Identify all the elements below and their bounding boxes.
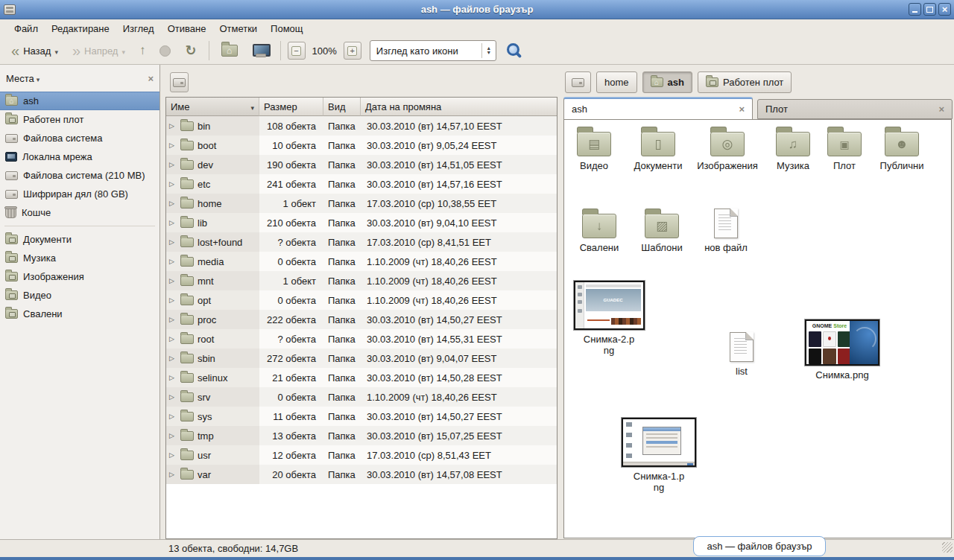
tab-close-icon[interactable] [739,104,745,115]
column-header-size[interactable]: Размер [259,98,323,116]
file-item-snimka2[interactable]: GUADEC Снимка-2.png [572,281,646,356]
table-row[interactable]: sbin 272 обекта Папка 30.03.2010 (вт) 9,… [166,349,557,368]
file-item-pictures[interactable]: Изображения [697,126,758,171]
column-header-name[interactable]: Име [166,98,259,116]
table-row[interactable]: lib 210 обекта Папка 30.03.2010 (вт) 9,0… [166,213,557,232]
view-mode-select[interactable]: Изглед като икони ▴▾ [370,40,496,61]
expander-icon[interactable] [169,161,177,168]
file-item-new-file[interactable]: нов файл [698,206,754,253]
titlebar[interactable]: ash — файлов браузър [0,0,954,19]
menu-go[interactable]: Отиване [161,21,213,36]
expander-icon[interactable] [169,141,177,149]
column-header-date[interactable]: Дата на промяна [361,98,557,116]
file-item-documents[interactable]: Документи [624,126,692,171]
expander-icon[interactable] [169,219,177,226]
file-item-desktop[interactable]: Плот [824,126,865,171]
expander-icon[interactable] [169,335,177,343]
resize-grip[interactable] [942,542,953,553]
expander-icon[interactable] [169,471,177,478]
table-row[interactable]: srv 0 обекта Папка 1.10.2009 (чт) 18,40,… [166,387,557,407]
table-row[interactable]: usr 12 обекта Папка 17.03.2010 (ср) 8,51… [166,445,557,465]
pathbar-desktop-button[interactable]: Работен плот [698,71,792,93]
expander-icon[interactable] [169,432,177,439]
sidebar-item-ash[interactable]: ash [0,92,159,110]
expander-icon[interactable] [169,296,177,304]
sidebar-item-encrypted-80gb[interactable]: Шифриран дял (80 GB) [0,185,159,203]
menu-help[interactable]: Помощ [264,21,309,36]
table-row[interactable]: selinux 21 обекта Папка 30.03.2010 (вт) … [166,368,557,387]
expander-icon[interactable] [169,316,177,323]
tab-plot[interactable]: Плот [757,99,953,119]
menu-view[interactable]: Изглед [116,21,161,36]
up-button[interactable] [134,39,151,62]
sidebar-dropdown-icon[interactable] [37,73,40,84]
pathbar-ash-button[interactable]: ash [642,71,692,93]
expander-icon[interactable] [169,374,177,381]
tree-root-button[interactable] [170,72,189,92]
table-row[interactable]: dev 190 обекта Папка 30.03.2010 (вт) 14,… [166,155,557,174]
file-item-snimka1[interactable]: Снимка-1.png [619,418,698,493]
expander-icon[interactable] [169,258,177,265]
search-icon[interactable] [506,42,522,59]
tab-close-icon[interactable] [938,104,944,115]
table-row[interactable]: boot 10 обекта Папка 30.03.2010 (вт) 9,0… [166,136,557,155]
sidebar-item-documents[interactable]: Документи [0,230,159,249]
sidebar-item-desktop[interactable]: Работен плот [0,110,159,129]
maximize-button[interactable] [923,3,936,16]
back-button[interactable]: Назад [6,39,63,62]
table-row[interactable]: sys 11 обекта Папка 30.03.2010 (вт) 14,5… [166,407,557,426]
sidebar-close-icon[interactable] [148,73,154,84]
expander-icon[interactable] [169,354,177,362]
file-item-video[interactable]: Видео [570,126,618,171]
zoom-out-button[interactable]: − [288,42,306,60]
expander-icon[interactable] [169,180,177,188]
table-row[interactable]: proc 222 обекта Папка 30.03.2010 (вт) 14… [166,310,557,329]
zoom-in-button[interactable]: + [344,42,361,60]
file-item-downloads[interactable]: Свалени [575,208,624,253]
table-row[interactable]: lost+found ? обекта Папка 17.03.2010 (ср… [166,232,557,252]
table-row[interactable]: etc 241 обекта Папка 30.03.2010 (вт) 14,… [166,174,557,194]
menu-edit[interactable]: Редактиране [45,21,116,36]
menu-bookmarks[interactable]: Отметки [212,21,264,36]
tab-ash[interactable]: ash [563,98,753,119]
sidebar-item-video[interactable]: Видео [0,286,159,305]
table-row[interactable]: var 20 обекта Папка 30.03.2010 (вт) 14,5… [166,465,557,484]
table-row[interactable]: home 1 обект Папка 17.03.2010 (ср) 10,38… [166,194,557,213]
table-row[interactable]: root ? обекта Папка 30.03.2010 (вт) 14,5… [166,329,557,349]
sidebar-item-pictures[interactable]: Изображения [0,267,159,286]
computer-button[interactable] [247,39,274,62]
reload-button[interactable] [180,39,201,62]
expander-icon[interactable] [169,277,177,284]
table-row[interactable]: bin 108 обекта Папка 30.03.2010 (вт) 14,… [166,116,557,136]
file-item-templates[interactable]: Шаблони [633,208,691,253]
file-item-public[interactable]: Публични [870,126,934,171]
file-item-music[interactable]: Музика [767,126,819,171]
forward-button[interactable]: Напред [67,39,130,62]
column-header-type[interactable]: Вид [323,98,361,116]
sidebar-item-trash[interactable]: Кошче [0,203,159,222]
expander-icon[interactable] [169,200,177,207]
minimize-button[interactable] [909,3,921,16]
file-item-list[interactable]: list [721,330,762,377]
table-row[interactable]: opt 0 обекта Папка 1.10.2009 (чт) 18,40,… [166,290,557,310]
expander-icon[interactable] [169,122,177,130]
view-mode-stepper-icon[interactable]: ▴▾ [482,46,496,55]
sidebar-item-downloads[interactable]: Свалени [0,305,159,323]
expander-icon[interactable] [169,451,177,459]
expander-icon[interactable] [169,393,177,401]
sidebar-item-filesystem[interactable]: Файлова система [0,129,159,147]
table-row[interactable]: tmp 13 обекта Папка 30.03.2010 (вт) 15,0… [166,426,557,445]
table-row[interactable]: mnt 1 обект Папка 1.10.2009 (чт) 18,40,2… [166,271,557,290]
pathbar-root-button[interactable] [565,71,591,93]
pathbar-home-button[interactable]: home [596,71,637,93]
expander-icon[interactable] [169,413,177,420]
menu-file[interactable]: Файл [7,21,45,36]
sidebar-item-music[interactable]: Музика [0,249,159,267]
sidebar-title[interactable]: Места [6,73,34,84]
table-row[interactable]: media 0 обекта Папка 1.10.2009 (чт) 18,4… [166,252,557,271]
sidebar-item-filesystem-210mb[interactable]: Файлова система (210 MB) [0,166,159,185]
home-button[interactable] [216,39,243,62]
expander-icon[interactable] [169,238,177,246]
file-item-snimka[interactable]: GNOMEStore Снимка.png [801,319,883,381]
close-button[interactable] [938,3,951,16]
